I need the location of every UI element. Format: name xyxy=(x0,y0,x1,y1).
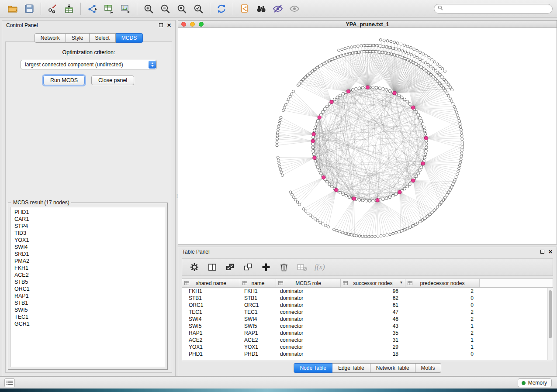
table-row[interactable]: PHD1 PHD1 dominator 18 0 xyxy=(182,351,547,358)
control-panel-tab[interactable]: Network xyxy=(35,33,66,43)
toolbar-separator xyxy=(210,3,210,15)
mcds-result-node[interactable]: ACE2 xyxy=(11,272,165,279)
table-row[interactable]: TEC1 TEC1 connector 47 2 xyxy=(182,309,547,316)
mcds-result-node[interactable]: TEC1 xyxy=(11,313,165,320)
float-panel-icon[interactable] xyxy=(159,22,163,28)
mcds-result-node[interactable]: SWI4 xyxy=(11,244,165,251)
hide-glasses-icon[interactable] xyxy=(270,2,286,16)
mcds-result-node[interactable]: STP4 xyxy=(11,223,165,230)
maximize-window-icon[interactable] xyxy=(199,22,204,27)
table-row[interactable]: SWI5 SWI5 connector 43 1 xyxy=(182,323,547,330)
refresh-layout-icon[interactable] xyxy=(213,2,230,16)
close-table-panel-icon[interactable]: ✕ xyxy=(548,249,553,254)
table-scrollbar[interactable] xyxy=(547,288,552,360)
control-panel-tab[interactable]: Style xyxy=(66,33,90,43)
mcds-result-fieldset: MCDS result (17 nodes) PHD1 CAR1 STP4 TI… xyxy=(8,203,168,370)
cell-successor-nodes: 35 xyxy=(341,330,405,336)
cell-shared-name: RAP1 xyxy=(182,330,240,336)
share-document-icon[interactable] xyxy=(236,2,253,16)
panel-splitter-handle[interactable]: ⋮ xyxy=(174,194,178,207)
delete-column-icon[interactable] xyxy=(279,262,289,272)
show-columns-icon[interactable] xyxy=(207,262,218,272)
memory-button[interactable]: Memory xyxy=(518,378,552,387)
search-field[interactable] xyxy=(434,4,553,14)
network-window: YPA_prune.txt_1 xyxy=(178,20,557,244)
export-image-icon[interactable] xyxy=(117,2,134,16)
mcds-result-list[interactable]: PHD1 CAR1 STP4 TID3 YOX1 SWI4 SRD1 PMA2 … xyxy=(10,207,165,367)
table-row[interactable]: YOX1 YOX1 connector 29 1 xyxy=(182,344,547,351)
table-row[interactable]: STB1 STB1 dominator 62 0 xyxy=(182,295,547,302)
mcds-result-title: MCDS result (17 nodes) xyxy=(11,199,71,206)
table-tab[interactable]: Node Table xyxy=(294,363,332,373)
import-network-icon[interactable] xyxy=(44,2,61,16)
cell-mcds-role: connector xyxy=(276,323,341,329)
mcds-result-node[interactable]: PHD1 xyxy=(11,209,165,216)
column-header[interactable]: MCDS role ▾ xyxy=(276,279,341,287)
mcds-result-node[interactable]: SRD1 xyxy=(11,251,165,258)
network-graph[interactable] xyxy=(178,28,557,244)
mcds-result-node[interactable]: STB5 xyxy=(11,279,165,285)
cell-shared-name: PHD1 xyxy=(182,351,240,357)
control-panel-tab[interactable]: MCDS xyxy=(116,33,143,43)
select-all-rows-icon[interactable] xyxy=(225,262,235,272)
mcds-result-node[interactable]: ORC1 xyxy=(11,285,165,292)
export-network-icon[interactable] xyxy=(84,2,100,16)
search-binoculars-icon[interactable] xyxy=(253,2,270,16)
close-panel-icon[interactable]: ✕ xyxy=(167,23,171,28)
mcds-result-node[interactable]: GCR1 xyxy=(11,320,165,327)
column-header[interactable]: successor nodes ▾ xyxy=(341,279,405,287)
show-eye-icon[interactable] xyxy=(286,2,303,16)
mcds-result-node[interactable]: YOX1 xyxy=(11,237,165,244)
cell-shared-name: ORC1 xyxy=(182,302,240,308)
table-settings-gear-icon[interactable] xyxy=(189,262,200,272)
table-row[interactable]: SWI4 SWI4 dominator 46 2 xyxy=(182,316,547,323)
mcds-result-node[interactable]: CAR1 xyxy=(11,216,165,223)
cell-shared-name: SWI5 xyxy=(182,323,240,329)
open-session-icon[interactable] xyxy=(4,2,21,16)
cell-mcds-role: connector xyxy=(276,309,341,315)
table-row[interactable]: ACE2 ACE2 connector 31 1 xyxy=(182,337,547,344)
table-panel: Table Panel ✕ f(x) xyxy=(178,247,557,376)
add-column-icon[interactable] xyxy=(261,262,271,272)
column-header[interactable]: name ▾ xyxy=(240,279,276,287)
export-table-icon[interactable] xyxy=(100,2,117,16)
mcds-result-node[interactable]: SWI5 xyxy=(11,306,165,313)
criterion-select[interactable]: largest connected component (undirected) xyxy=(21,60,157,69)
minimize-window-icon[interactable] xyxy=(190,22,195,27)
toolbar-separator xyxy=(137,3,137,15)
table-tab[interactable]: Motifs xyxy=(415,363,441,373)
control-panel-tab[interactable]: Select xyxy=(90,33,116,43)
mcds-result-node[interactable]: PMA2 xyxy=(11,258,165,265)
zoom-out-icon[interactable] xyxy=(157,2,173,16)
table-tab[interactable]: Network Table xyxy=(370,363,415,373)
zoom-in-icon[interactable] xyxy=(140,2,157,16)
column-header[interactable]: predecessor nodes ▾ xyxy=(405,279,480,287)
close-window-icon[interactable] xyxy=(181,22,186,27)
function-builder-icon[interactable]: f(x) xyxy=(315,263,325,272)
float-table-panel-icon[interactable] xyxy=(540,249,544,255)
table-row[interactable]: ORC1 ORC1 dominator 61 0 xyxy=(182,302,547,309)
column-header[interactable]: shared name ▾ xyxy=(182,279,240,287)
import-table-icon[interactable] xyxy=(61,2,77,16)
mcds-result-node[interactable]: FKH1 xyxy=(11,265,165,272)
run-mcds-button[interactable]: Run MCDS xyxy=(43,76,85,85)
network-view[interactable] xyxy=(178,28,557,244)
zoom-selected-icon[interactable] xyxy=(190,2,207,16)
table-scrollbar-thumb[interactable] xyxy=(549,290,552,338)
zoom-fit-icon[interactable] xyxy=(173,2,190,16)
table-row[interactable]: FKH1 FKH1 dominator 96 2 xyxy=(182,288,547,295)
column-grid-icon xyxy=(408,281,412,287)
task-list-icon[interactable] xyxy=(4,378,15,387)
cell-mcds-role: dominator xyxy=(276,302,341,308)
mcds-result-node[interactable]: TID3 xyxy=(11,230,165,237)
table-row[interactable]: RAP1 RAP1 dominator 35 2 xyxy=(182,330,547,337)
save-session-icon[interactable] xyxy=(21,2,38,16)
delete-table-icon[interactable] xyxy=(297,262,307,272)
search-input[interactable] xyxy=(445,6,549,12)
sort-chevron-icon[interactable]: ▾ xyxy=(400,280,402,285)
mcds-result-node[interactable]: STB1 xyxy=(11,299,165,306)
mcds-result-node[interactable]: RAP1 xyxy=(11,292,165,299)
deselect-all-rows-icon[interactable] xyxy=(243,262,253,272)
close-panel-button[interactable]: Close panel xyxy=(91,76,134,85)
table-tab[interactable]: Edge Table xyxy=(332,363,370,373)
